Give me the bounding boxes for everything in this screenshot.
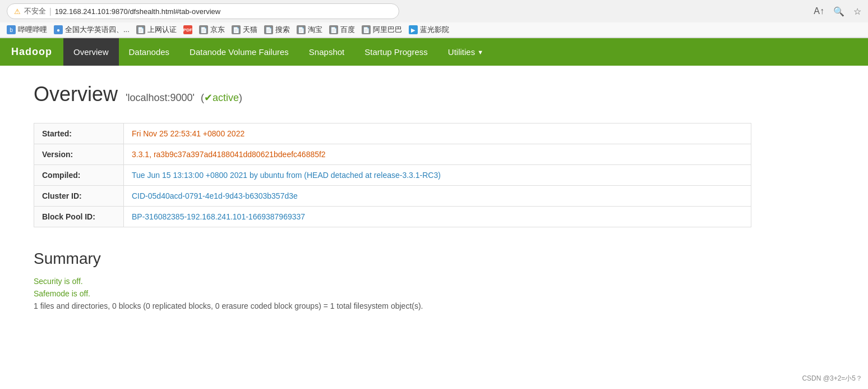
table-row: Version: 3.3.1, ra3b9c37a397ad4188041dd8… [34,144,751,165]
search-icon[interactable]: 🔍 [833,6,844,17]
label-started: Started: [34,123,124,144]
taobao-label: 淘宝 [308,25,322,35]
active-checkmark: ✔ [204,92,213,103]
value-cluster-id[interactable]: CID-05d40acd-0791-4e1d-9d43-b6303b357d3e [124,186,751,207]
tianmao-label: 天猫 [243,25,257,35]
jd-icon: 📄 [199,25,208,34]
value-compiled: Tue Jun 15 13:13:00 +0800 2021 by ubuntu… [124,165,751,186]
nav-items: Overview Datanodes Datanode Volume Failu… [63,38,493,66]
label-version: Version: [34,144,124,165]
nav-item-startup-progress[interactable]: Startup Progress [354,38,438,66]
browser-icons: A↑ 🔍 ☆ [814,6,861,17]
bookmark-jd[interactable]: 📄 京东 [199,25,225,35]
bookmark-pdf[interactable]: PDF [183,25,192,34]
main-content: Overview 'localhost:9000' (✔active) Star… [0,66,785,331]
english-icon: ● [54,25,63,34]
separator: | [49,7,52,16]
nav-item-overview[interactable]: Overview [63,38,119,66]
bookmark-tianmao[interactable]: 📄 天猫 [232,25,257,35]
label-block-pool-id: Block Pool ID: [34,207,124,227]
bilibili-label: 哔哩哔哩 [18,25,47,35]
bookmarks-bar: b 哔哩哔哩 ● 全国大学英语四、... 📄 上网认证 PDF 📄 京东 📄 天… [0,22,868,38]
summary-title: Summary [34,250,751,268]
bluray-icon: ▶ [409,25,418,34]
bookmark-taobao[interactable]: 📄 淘宝 [297,25,322,35]
address-bar-row: ⚠ 不安全 | 192.168.241.101:9870/dfshealth.h… [0,0,868,22]
navbar: Hadoop Overview Datanodes Datanode Volum… [0,38,868,66]
auth-icon: 📄 [136,25,145,34]
alibaba-icon: 📄 [362,25,371,34]
bookmark-baidu[interactable]: 📄 百度 [329,25,355,35]
pdf-icon: PDF [183,25,192,34]
font-size-icon[interactable]: A↑ [814,6,824,17]
navbar-brand[interactable]: Hadoop [0,38,63,66]
bookmark-bilibili[interactable]: b 哔哩哔哩 [7,25,47,35]
bookmark-auth[interactable]: 📄 上网认证 [136,25,177,35]
nav-item-datanodes[interactable]: Datanodes [119,38,180,66]
summary-safemode: Safemode is off. [34,289,751,298]
address-bar[interactable]: ⚠ 不安全 | 192.168.241.101:9870/dfshealth.h… [7,3,399,19]
url-text: 192.168.241.101:9870/dfshealth.html#tab-… [55,7,392,16]
bookmark-search[interactable]: 📄 搜索 [264,25,290,35]
label-cluster-id: Cluster ID: [34,186,124,207]
baidu-label: 百度 [340,25,355,35]
nav-item-snapshot[interactable]: Snapshot [299,38,354,66]
bilibili-icon: b [7,25,16,34]
baidu-icon: 📄 [329,25,338,34]
table-row: Compiled: Tue Jun 15 13:13:00 +0800 2021… [34,165,751,186]
bookmark-alibaba[interactable]: 📄 阿里巴巴 [362,25,402,35]
nav-item-utilities[interactable]: Utilities ▼ [438,38,493,66]
value-started: Fri Nov 25 22:53:41 +0800 2022 [124,123,751,144]
summary-files: 1 files and directories, 0 blocks (0 rep… [34,301,751,310]
alibaba-label: 阿里巴巴 [373,25,402,35]
bookmark-bluray[interactable]: ▶ 蓝光影院 [409,25,449,35]
bookmark-star-icon[interactable]: ☆ [853,6,861,17]
bluray-label: 蓝光影院 [420,25,449,35]
active-status: active [213,92,239,103]
warning-icon: ⚠ [14,7,21,16]
value-version: 3.3.1, ra3b9c37a397ad4188041dd80621bdeef… [124,144,751,165]
browser-chrome: ⚠ 不安全 | 192.168.241.101:9870/dfshealth.h… [0,0,868,38]
english-label: 全国大学英语四、... [65,25,130,35]
value-block-pool-id[interactable]: BP-316082385-192.168.241.101-16693879693… [124,207,751,227]
auth-label: 上网认证 [147,25,177,35]
taobao-icon: 📄 [297,25,306,34]
search-bm-icon: 📄 [264,25,273,34]
table-row: Block Pool ID: BP-316082385-192.168.241.… [34,207,751,227]
label-compiled: Compiled: [34,165,124,186]
overview-header: Overview 'localhost:9000' (✔active) [34,83,751,106]
table-row: Cluster ID: CID-05d40acd-0791-4e1d-9d43-… [34,186,751,207]
host-text: 'localhost:9000' [126,92,195,103]
page-title: Overview [34,83,118,106]
info-table: Started: Fri Nov 25 22:53:41 +0800 2022 … [34,123,751,227]
tianmao-icon: 📄 [232,25,241,34]
jd-label: 京东 [210,25,225,35]
search-bm-label: 搜索 [275,25,290,35]
utilities-dropdown-arrow: ▼ [477,49,483,56]
insecure-label: 不安全 [24,6,46,16]
summary-security: Security is off. [34,277,751,286]
table-row: Started: Fri Nov 25 22:53:41 +0800 2022 [34,123,751,144]
nav-item-datanode-volume-failures[interactable]: Datanode Volume Failures [179,38,299,66]
bookmark-english[interactable]: ● 全国大学英语四、... [54,25,130,35]
overview-host: 'localhost:9000' (✔active) [126,91,242,104]
